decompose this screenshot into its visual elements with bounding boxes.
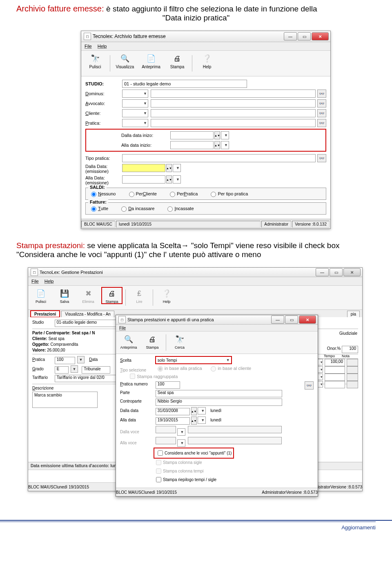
dalla-data-em-dropdown[interactable]: ▼ <box>173 164 181 172</box>
elimina-button[interactable]: ✖Elimina <box>78 287 98 304</box>
cliente-combo[interactable]: ▼ <box>122 109 148 117</box>
alla-data-em-dropdown[interactable]: ▼ <box>173 175 181 184</box>
archivio-fatture-window: □ Tecnolex: Archivio fatture emesse — ▭ … <box>81 31 331 229</box>
pratica-combo[interactable]: ▼ <box>122 119 148 127</box>
toolbar: 🔭Pulisci 🔍Visualizza 📄Anteprima 🖨Stampa … <box>81 51 330 76</box>
minimize-button[interactable]: — <box>316 268 329 276</box>
tab-visualizza-modifica[interactable]: Visualizza - Modifica - An <box>61 311 114 317</box>
maximize-button[interactable]: ▭ <box>298 32 311 40</box>
alla-data-dropdown[interactable]: ▼ <box>198 417 206 424</box>
saldi-perpratica-radio[interactable]: Per Pratica <box>168 190 198 197</box>
preview-icon: 📄 <box>145 52 157 65</box>
cliente-search-button[interactable]: 👓 <box>317 109 326 117</box>
spinner-icon[interactable]: ▲▼ <box>166 175 172 184</box>
considera-appunti-check-highlight: Considera anche le voci "appunti" (1) <box>154 448 233 458</box>
tipo-pratica-search-button[interactable]: 👓 <box>317 154 326 162</box>
anteprima-button[interactable]: 📄Anteprima <box>140 52 163 69</box>
alla-data-inizio-input[interactable] <box>170 141 214 149</box>
maximize-button[interactable]: ▭ <box>285 316 298 324</box>
cerca-button[interactable]: 🔭Cerca <box>169 333 190 349</box>
close-button[interactable]: ✕ <box>343 268 361 276</box>
stampa-button[interactable]: 🖨Stampa <box>142 333 163 349</box>
dalla-data-field[interactable]: 31/03/2008 <box>156 408 190 415</box>
fatture-incassate-radio[interactable]: Incassate <box>165 205 194 212</box>
tipo-pratica-field[interactable] <box>122 154 316 162</box>
cliente-value: Seat spa <box>48 336 64 341</box>
avvocato-combo[interactable]: ▼ <box>122 99 148 107</box>
dominus-field[interactable] <box>151 90 316 98</box>
close-button[interactable]: ✕ <box>312 32 329 40</box>
spinner-icon[interactable]: ▲▼ <box>166 164 172 172</box>
grado-dropdown[interactable]: ▼ <box>71 365 78 373</box>
dalla-data-em-input[interactable] <box>122 164 165 172</box>
fatture-daincassare-radio[interactable]: Da incassare <box>119 205 154 212</box>
nota-cell[interactable] <box>347 359 358 366</box>
saldi-percliente-radio[interactable]: Per Cliente <box>127 190 157 197</box>
alla-data-inizio-dropdown[interactable]: ▼ <box>221 141 229 149</box>
giudiziale-label: Giudiziale <box>339 331 357 336</box>
spinner-icon[interactable]: ▲▼ <box>191 417 197 425</box>
pratica-search-button[interactable]: 👓 <box>305 381 314 390</box>
spinner-icon[interactable]: ▲▼ <box>191 407 197 415</box>
saldi-nessuno-radio[interactable]: Nessuno <box>89 190 116 197</box>
visualizza-button[interactable]: 🔍Visualizza <box>114 52 136 69</box>
stampa-button[interactable]: 🖨Stampa <box>102 287 122 304</box>
minimize-button[interactable]: — <box>271 316 284 324</box>
lire-button[interactable]: ₤Lire <box>129 287 149 304</box>
saldi-pertipo-radio[interactable]: Per tipo pratica <box>209 190 248 197</box>
dalla-data-inizio-dropdown[interactable]: ▼ <box>221 131 229 139</box>
pratica-dropdown[interactable]: ▼ <box>77 356 85 363</box>
studio-field[interactable]: 01-studio legale demo <box>55 320 116 327</box>
cliente-field[interactable] <box>151 109 316 117</box>
pulisci-button[interactable]: 📄Pulisci <box>31 287 51 304</box>
menu-file[interactable]: File <box>85 44 92 49</box>
stampa-riepilogo-checkbox[interactable] <box>156 477 161 482</box>
tempo-cell[interactable]: 100,00 <box>325 359 345 366</box>
menu-file[interactable]: File <box>31 279 39 284</box>
onor-field[interactable]: 100 <box>342 346 358 353</box>
menu-help[interactable]: Help <box>98 44 107 49</box>
section1-title-black1: è stato aggiunto il filtro che seleziona… <box>106 4 317 13</box>
spinner-icon[interactable]: ▲▼ <box>214 131 220 139</box>
avvocato-search-button[interactable]: 👓 <box>317 99 326 107</box>
fatture-tutte-radio[interactable]: Tutte <box>89 205 108 212</box>
pratica-search-button[interactable]: 👓 <box>317 119 326 127</box>
help-button[interactable]: ❔Help <box>196 52 218 69</box>
salva-button[interactable]: 💾Salva <box>54 287 75 304</box>
parte-field[interactable]: Seat spa <box>156 390 282 397</box>
alla-data-field[interactable]: 19/10/2015 <box>156 417 190 425</box>
maximize-button[interactable]: ▭ <box>330 268 343 276</box>
controparte-field[interactable]: Nibbio Sergio <box>156 399 282 406</box>
anteprima-button[interactable]: 🔍Anteprima <box>118 333 139 349</box>
studio-field[interactable]: 01 - studio legale demo <box>122 80 247 88</box>
pratica-field[interactable] <box>151 119 316 127</box>
tribunale-field[interactable]: Tribunale <box>82 366 110 374</box>
descrizione-textarea[interactable]: Marca scambio <box>32 392 98 408</box>
help-button[interactable]: ❔Help <box>156 287 177 304</box>
tab-prestazioni[interactable]: Prestazioni <box>31 311 60 317</box>
pratica-field[interactable]: 100 <box>55 357 75 364</box>
considera-appunti-checkbox[interactable] <box>158 450 163 456</box>
menu-help[interactable]: Help <box>45 279 54 284</box>
scelta-combo[interactable]: solo Tempi▼ <box>156 356 232 364</box>
close-button[interactable]: ✕ <box>299 316 316 324</box>
section2-heading: Stampa prestazioni: se viene applicata l… <box>16 241 376 259</box>
tab-pia[interactable]: pia <box>347 311 360 317</box>
menu-file[interactable]: File <box>119 326 126 330</box>
stampa-button[interactable]: 🖨Stampa <box>166 52 189 69</box>
alla-data-em-input[interactable] <box>122 175 165 184</box>
pratica-numero-field[interactable]: 100 <box>156 381 180 389</box>
dialog-titlebar: □ Stampa prestazioni e appunti di una pr… <box>116 315 318 325</box>
page-footer-text: Aggiornamenti <box>0 522 376 531</box>
grado-field[interactable]: E <box>55 366 69 374</box>
avvocato-field[interactable] <box>151 99 316 107</box>
dalla-data-dropdown[interactable]: ▼ <box>198 407 206 414</box>
dominus-combo[interactable]: ▼ <box>122 90 148 98</box>
tariffario-field[interactable]: Tariffario in vigore dal 02/0 <box>55 375 116 382</box>
dialog-title: Stampa prestazioni e appunti di una prat… <box>127 317 214 322</box>
dominus-search-button[interactable]: 👓 <box>317 90 326 98</box>
dalla-data-inizio-input[interactable] <box>170 131 214 139</box>
spinner-icon[interactable]: ▲▼ <box>214 141 220 149</box>
pulisci-button[interactable]: 🔭Pulisci <box>84 52 107 69</box>
minimize-button[interactable]: — <box>284 32 297 40</box>
